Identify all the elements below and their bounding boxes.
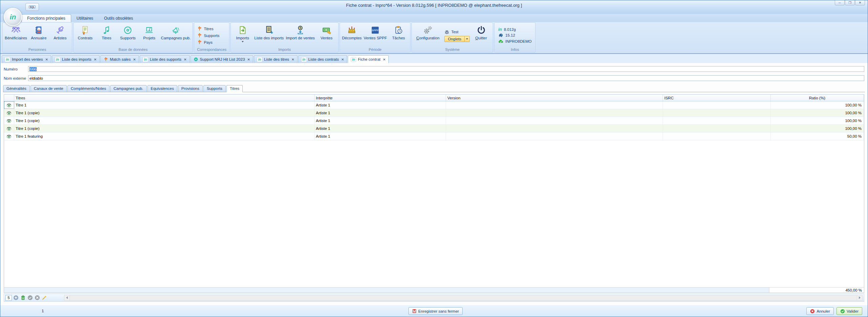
- ribbon-tab-outils-obsoletes[interactable]: Outils obsolètes: [99, 15, 138, 22]
- cancel-button[interactable]: Annuler: [806, 307, 834, 315]
- table-row[interactable]: Titre 1 featuring Artiste 1 50,00 %: [4, 133, 864, 140]
- floppy-disk-icon: [412, 309, 417, 313]
- cell-ratio: 100,00 %: [771, 109, 864, 117]
- app-version-value: 8.012g: [504, 27, 516, 32]
- titres-button[interactable]: Titres: [96, 23, 117, 47]
- doc-tab-liste-des-supports[interactable]: in Liste des supports ✕: [140, 55, 190, 63]
- contrats-button[interactable]: Contrats: [75, 23, 96, 47]
- artistes-button[interactable]: Artistes: [49, 23, 71, 47]
- test-button[interactable]: Test: [443, 29, 470, 35]
- close-button[interactable]: ✕: [855, 0, 865, 5]
- sub-tab-generalites[interactable]: Généralités: [3, 85, 30, 92]
- table-row[interactable]: Titre 1 Artiste 1 100,00 %: [4, 101, 864, 109]
- sub-tab-canaux-de-vente[interactable]: Canaux de vente: [31, 85, 67, 92]
- close-tab-icon[interactable]: ✕: [383, 58, 386, 61]
- app-logo-orb[interactable]: in: [4, 8, 22, 26]
- ventes-sppf-button[interactable]: SPPF Ventes SPPF: [363, 23, 388, 47]
- sub-tab-supports[interactable]: Supports: [203, 85, 226, 92]
- doc-tab-support-nrj-hit-list[interactable]: Support NRJ Hit List 2023 ✕: [190, 55, 253, 63]
- confirm-button[interactable]: [27, 295, 33, 301]
- supports-button[interactable]: Supports: [117, 23, 139, 47]
- validate-button[interactable]: Valider: [836, 307, 862, 315]
- contract-sub-tabs: Généralités Canaux de vente Compléments/…: [0, 84, 868, 92]
- sub-tab-equivalences[interactable]: Equivalences: [147, 85, 177, 92]
- numero-input[interactable]: 666: [28, 66, 864, 72]
- sub-tab-titres[interactable]: Titres: [226, 85, 243, 92]
- annuaire-button[interactable]: Annuaire: [28, 23, 49, 47]
- add-row-button[interactable]: [13, 295, 19, 301]
- cell-titre: Titre 1 (copie): [14, 117, 315, 124]
- projets-button[interactable]: Projets: [139, 23, 160, 47]
- close-tab-icon[interactable]: ✕: [291, 58, 294, 61]
- people-icon: [11, 25, 21, 35]
- grid-header-ratio[interactable]: Ratio (%): [771, 95, 864, 101]
- onglets-split-button[interactable]: Onglets: [444, 36, 470, 42]
- delete-row-button[interactable]: [20, 295, 26, 301]
- cell-isrc: [663, 117, 771, 124]
- liste-des-imports-button[interactable]: Liste des imports: [253, 23, 285, 47]
- grid-header-interprete[interactable]: Interprète: [315, 95, 446, 101]
- chevron-down-icon: [466, 38, 468, 40]
- close-tab-icon[interactable]: ✕: [247, 58, 250, 61]
- beneficiaires-button[interactable]: Bénéficiaires: [4, 23, 28, 47]
- grid-header-titres[interactable]: Titres: [14, 95, 315, 101]
- ribbon-tab-fonctions-principales[interactable]: Fonctions principales: [21, 14, 71, 22]
- save-without-closing-button[interactable]: Enregistrer sans fermer: [408, 307, 463, 315]
- close-tab-icon[interactable]: ✕: [184, 58, 186, 61]
- imports-dropdown-caret: [242, 41, 244, 42]
- taches-button[interactable]: Tâches: [388, 23, 409, 47]
- cell-version: [446, 109, 663, 117]
- cell-isrc: [663, 101, 771, 109]
- ribbon-tab-utilitaires[interactable]: Utilitaires: [71, 15, 99, 22]
- minimize-button[interactable]: ─: [835, 0, 845, 5]
- correspondances-supports-button[interactable]: Supports: [196, 33, 222, 38]
- group-label-personnes: Personnes: [3, 47, 72, 52]
- decomptes-button[interactable]: Décomptes: [341, 23, 363, 47]
- onglets-label[interactable]: Onglets: [444, 36, 465, 42]
- correspondances-titres-button[interactable]: Titres: [196, 26, 222, 32]
- configuration-button[interactable]: Configuration: [413, 23, 443, 47]
- correspondances-pays-button[interactable]: Pays: [196, 39, 222, 45]
- scrollbar-track[interactable]: [70, 295, 857, 301]
- sub-tab-complements-notes[interactable]: Compléments/Notes: [67, 85, 109, 92]
- inpro-tab-icon: in: [5, 57, 10, 62]
- close-tab-icon[interactable]: ✕: [94, 58, 97, 61]
- doc-tab-match-sales[interactable]: Match sales ✕: [100, 55, 139, 63]
- close-tab-icon[interactable]: ✕: [45, 58, 48, 61]
- doc-tab-liste-des-contrats[interactable]: in Liste des contrats ✕: [298, 55, 347, 63]
- table-row[interactable]: Titre 1 (copie) Artiste 1 100,00 %: [4, 109, 864, 117]
- sub-tab-campagnes-pub[interactable]: Campagnes pub.: [110, 85, 147, 92]
- ribbon-group-systeme: Configuration Test Onglets Quitter: [411, 22, 493, 53]
- cell-version: [446, 117, 663, 124]
- onglets-dropdown-arrow[interactable]: [465, 36, 470, 42]
- grid-header-isrc[interactable]: ISRC: [663, 95, 771, 101]
- coin-download-icon: $: [295, 25, 305, 35]
- close-tab-icon[interactable]: ✕: [341, 58, 344, 61]
- doc-tab-liste-des-imports[interactable]: in Liste des imports ✕: [52, 55, 100, 63]
- contrats-label: Contrats: [78, 36, 93, 40]
- sub-tab-provisions[interactable]: Provisions: [178, 85, 203, 92]
- grid-header-version[interactable]: Version: [446, 95, 663, 101]
- cell-ratio: 100,00 %: [771, 117, 864, 124]
- scroll-left-button[interactable]: [64, 295, 70, 301]
- nom-externe-input[interactable]: [28, 75, 864, 81]
- maximize-button[interactable]: ❒: [845, 0, 855, 5]
- quitter-button[interactable]: Quitter: [470, 23, 492, 47]
- table-row[interactable]: Titre 1 (copie) Artiste 1 100,00 %: [4, 117, 864, 125]
- campagnes-pub-button[interactable]: Campagnes pub.: [160, 23, 192, 47]
- table-row[interactable]: Titre 1 (copie) Artiste 1 100,00 %: [4, 125, 864, 133]
- close-tab-icon[interactable]: ✕: [133, 58, 136, 61]
- imports-button[interactable]: Imports: [232, 23, 253, 47]
- numero-selected-text: 666: [29, 67, 37, 71]
- scroll-right-button[interactable]: [857, 295, 863, 301]
- doc-tab-liste-des-titres[interactable]: in Liste des titres ✕: [254, 55, 298, 63]
- cell-titre: Titre 1 featuring: [14, 133, 315, 140]
- inpro-tab-icon: in: [257, 57, 262, 62]
- cancel-edit-button[interactable]: [34, 295, 40, 301]
- import-de-ventes-button[interactable]: $ Import de ventes: [285, 23, 316, 47]
- doc-tab-import-des-ventes[interactable]: in Import des ventes ✕: [2, 55, 51, 63]
- horizontal-scrollbar[interactable]: [64, 295, 863, 301]
- doc-tab-fiche-contrat[interactable]: in Fiche contrat ✕: [348, 55, 389, 63]
- ventes-button[interactable]: Ventes: [316, 23, 337, 47]
- magic-wand-button[interactable]: [41, 295, 47, 301]
